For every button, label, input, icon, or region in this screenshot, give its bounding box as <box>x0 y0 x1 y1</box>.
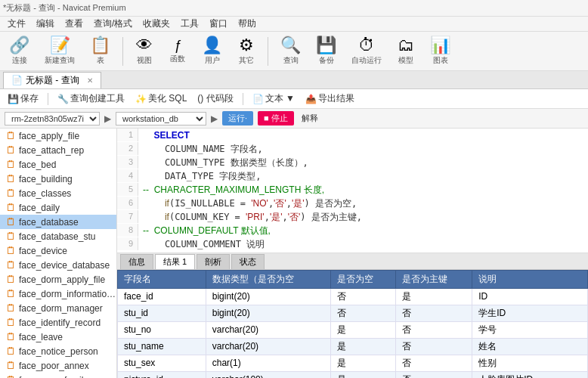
user-label: 用户 <box>205 55 220 66</box>
table-small-icon: 🗒 <box>6 288 16 299</box>
table-small-icon: 🗒 <box>6 259 16 271</box>
connect-button[interactable]: 🔗 连接 <box>5 36 34 67</box>
table-row[interactable]: stu_no varchar(20) 是 否 学号 <box>118 321 588 338</box>
model-button[interactable]: 🗂 模型 <box>392 36 419 67</box>
table-header: 字段名 数据类型（是否为空 是否为空 是否为主键 说明 <box>118 270 588 288</box>
main-layout: 🗒 face_apply_file 🗒 face_attach_rep 🗒 fa… <box>0 129 588 378</box>
run-button[interactable]: 运行· <box>222 111 253 125</box>
autorun-button[interactable]: ⏱ 自动运行 <box>347 36 386 67</box>
table-small-icon: 🗒 <box>6 202 16 213</box>
menu-edit[interactable]: 编辑 <box>33 17 57 31</box>
text-mode-button[interactable]: 📄 文本 ▼ <box>249 91 298 106</box>
menu-favorites[interactable]: 收藏夹 <box>140 17 173 31</box>
table-small-icon: 🗒 <box>6 302 16 314</box>
sidebar-item-face-poor-annex[interactable]: 🗒 face_poor_annex <box>0 358 116 373</box>
save-icon: 💾 <box>8 94 19 104</box>
beautify-label: 美化 SQL <box>148 92 187 105</box>
sidebar-item-face-daily[interactable]: 🗒 face_daily <box>0 200 116 215</box>
table-small-icon: 🗒 <box>6 173 16 184</box>
tab-status[interactable]: 状态 <box>231 254 265 269</box>
query-button[interactable]: 🔍 查询 <box>276 36 305 67</box>
table-small-icon: 🗒 <box>6 245 16 256</box>
sep1 <box>122 37 123 66</box>
view-icon: 👁 <box>136 37 153 54</box>
connect-icon: 🔗 <box>9 37 29 54</box>
database-select[interactable]: workstation_db <box>116 112 206 125</box>
user-button[interactable]: 👤 用户 <box>197 36 227 67</box>
action-sep1 <box>48 93 48 105</box>
beautify-icon: ✨ <box>135 94 147 104</box>
query-icon: 🔍 <box>280 37 301 54</box>
menu-query-format[interactable]: 查询/格式 <box>91 17 135 31</box>
menu-window[interactable]: 窗口 <box>206 17 231 31</box>
autorun-icon: ⏱ <box>358 37 375 54</box>
sidebar-item-face-device-database[interactable]: 🗒 face_device_database <box>0 258 116 272</box>
tab-info[interactable]: 信息 <box>120 254 153 269</box>
table-row[interactable]: picture_id varchar(100) 是 否 人脸库图片ID <box>118 371 588 378</box>
tab-query[interactable]: 📄 无标题 - 查询 ✕ <box>3 72 101 88</box>
menu-view[interactable]: 查看 <box>62 17 86 31</box>
table-small-icon: 🗒 <box>6 187 16 199</box>
table-small-icon: 🗒 <box>6 231 16 242</box>
sidebar-item-face-dorm-apply-file[interactable]: 🗒 face_dorm_apply_file <box>0 272 116 287</box>
tab-close-icon[interactable]: ✕ <box>87 76 93 85</box>
sidebar-item-face-dorm-manager[interactable]: 🗒 face_dorm_manager <box>0 301 116 315</box>
other-button[interactable]: ⚙ 其它 <box>233 36 260 67</box>
table-row[interactable]: stu_name varchar(20) 是 否 姓名 <box>118 338 588 355</box>
text-mode-icon: 📄 <box>252 94 264 104</box>
explain-button[interactable]: 解释 <box>299 112 321 125</box>
new-query-button[interactable]: 📝 新建查询 <box>40 36 79 67</box>
sidebar-item-face-building[interactable]: 🗒 face_building <box>0 172 116 186</box>
table-label: 表 <box>97 55 104 66</box>
menu-file[interactable]: 文件 <box>5 17 29 31</box>
sql-editor[interactable]: 1 SELECT 2 COLUMN_NAME 字段名, 3 COLUMN_TYP… <box>117 129 588 253</box>
export-label: 导出结果 <box>318 92 354 105</box>
editor-line-9: 9 COLUMN_COMMENT 说明 <box>117 237 588 251</box>
window-title: *无标题 - 查询 - Navicat Premium <box>3 2 126 14</box>
sidebar-item-face-leave[interactable]: 🗒 face_leave <box>0 330 116 344</box>
editor-line-6: 6 if(IS_NULLABLE = 'NO','否','是') 是否为空, <box>117 197 588 210</box>
tab-result1[interactable]: 结果 1 <box>155 254 195 269</box>
table-row[interactable]: face_id bigint(20) 否 是 ID <box>118 288 588 305</box>
view-button[interactable]: 👁 视图 <box>131 36 158 67</box>
connection-select[interactable]: rm-2zetn83n05wz7i <box>5 112 100 125</box>
table-button[interactable]: 📋 表 <box>85 36 115 67</box>
arrow2-icon: ▶ <box>211 113 218 124</box>
sidebar-item-face-database[interactable]: 🗒 face_database <box>0 215 116 229</box>
sidebar-item-face-apply-file[interactable]: 🗒 face_apply_file <box>0 129 116 143</box>
result-tabs: 信息 结果 1 剖析 状态 <box>117 253 588 270</box>
query-bar: rm-2zetn83n05wz7i ▶ workstation_db ▶ 运行·… <box>0 109 588 129</box>
sidebar-item-face-poor-family[interactable]: 🗒 face_poor_family <box>0 373 116 378</box>
menu-help[interactable]: 帮助 <box>235 17 259 31</box>
stop-button[interactable]: ■ 停止 <box>258 111 294 125</box>
query-builder-button[interactable]: 🔧 查询创建工具 <box>54 91 128 106</box>
save-button[interactable]: 💾 保存 <box>5 91 42 106</box>
tab-profiling[interactable]: 剖析 <box>197 254 230 269</box>
chart-button[interactable]: 📊 图表 <box>426 36 455 67</box>
menu-tools[interactable]: 工具 <box>178 17 202 31</box>
query-builder-label: 查询创建工具 <box>70 92 125 105</box>
backup-button[interactable]: 💾 备份 <box>311 36 341 67</box>
menu-items-bar: 文件 编辑 查看 查询/格式 收藏夹 工具 窗口 帮助 <box>0 17 588 32</box>
sidebar-item-face-identify-record[interactable]: 🗒 face_identify_record <box>0 315 116 330</box>
sidebar-item-face-device[interactable]: 🗒 face_device <box>0 243 116 258</box>
sidebar-item-face-attach-rep[interactable]: 🗒 face_attach_rep <box>0 143 116 157</box>
export-button[interactable]: 📤 导出结果 <box>302 91 357 106</box>
code-snippet-button[interactable]: () 代码段 <box>194 91 236 106</box>
table-row[interactable]: stu_id bigint(20) 否 否 学生ID <box>118 305 588 321</box>
beautify-button[interactable]: ✨ 美化 SQL <box>132 91 190 106</box>
result-area: 字段名 数据类型（是否为空 是否为空 是否为主键 说明 face_id bigi… <box>117 270 588 379</box>
sidebar-item-face-dorm-info[interactable]: 🗒 face_dorm_informatio… <box>0 287 116 301</box>
connect-label: 连接 <box>12 55 27 66</box>
backup-icon: 💾 <box>316 37 336 54</box>
function-button[interactable]: ƒ 函数 <box>164 37 191 66</box>
sidebar-item-face-classes[interactable]: 🗒 face_classes <box>0 186 116 200</box>
table-row[interactable]: stu_sex char(1) 是 否 性别 <box>118 355 588 371</box>
col-comment: 说明 <box>472 270 588 288</box>
user-icon: 👤 <box>202 37 222 54</box>
sidebar-item-face-bed[interactable]: 🗒 face_bed <box>0 157 116 172</box>
sidebar-item-face-notice-person[interactable]: 🗒 face_notice_person <box>0 344 116 358</box>
sidebar: 🗒 face_apply_file 🗒 face_attach_rep 🗒 fa… <box>0 129 117 378</box>
sidebar-item-face-database-stu[interactable]: 🗒 face_database_stu <box>0 229 116 243</box>
editor-line-8: 8 -- COLUMN_DEFAULT 默认值, <box>117 224 588 237</box>
